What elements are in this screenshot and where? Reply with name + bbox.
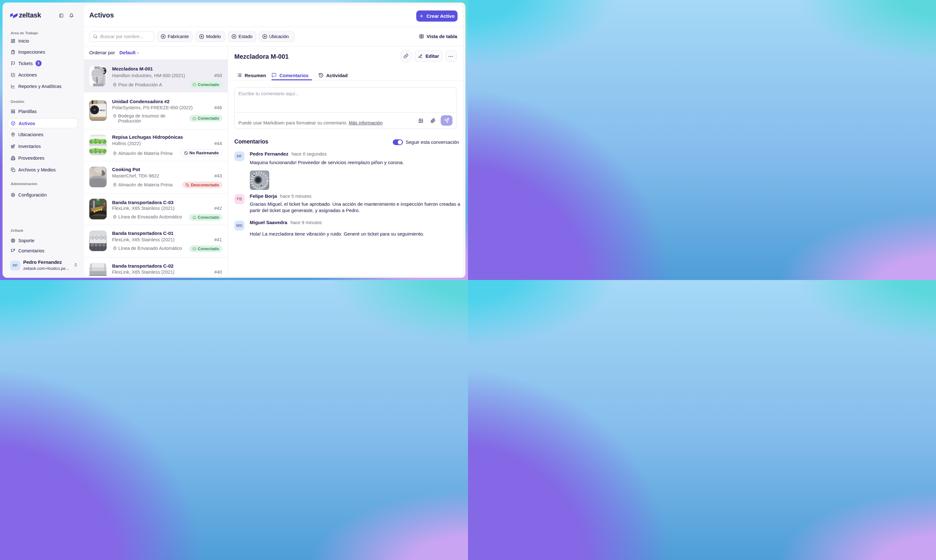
svg-text:Mitor: Mitor [99,109,105,112]
